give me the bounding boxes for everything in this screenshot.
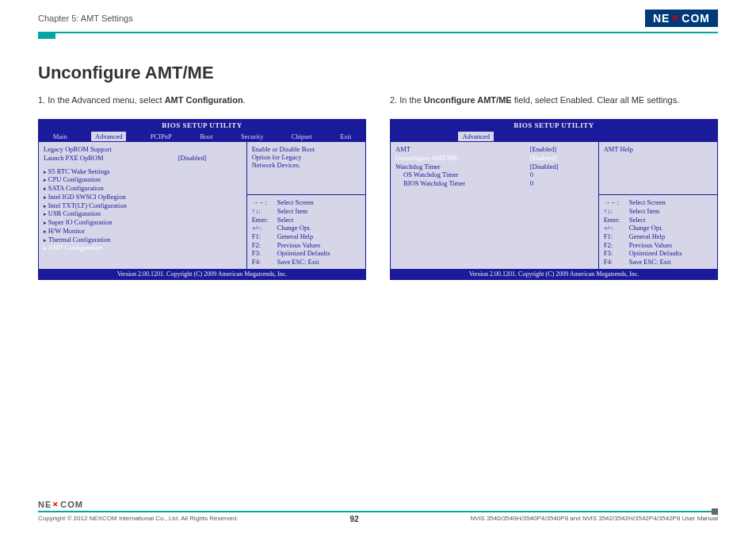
- chapter-title: Chapter 5: AMT Settings: [38, 13, 133, 23]
- page-footer: NE ✕ COM Copyright © 2012 NEXCOM Interna…: [38, 500, 718, 523]
- bios-menu-main: Main: [49, 132, 71, 141]
- columns: 1. In the Advanced menu, select AMT Conf…: [38, 94, 718, 280]
- bios-right-pane: AMT Help →←:Select Screen↑↓:Select ItemE…: [599, 142, 717, 269]
- bios-menu: MainAdvancedPCIPnPBootSecurityChipsetExi…: [39, 131, 365, 142]
- manual-title: NViS 3540/3540H/3540P4/3540P8 and NViS 3…: [471, 515, 718, 523]
- header-tab: [38, 33, 55, 39]
- page-number: 92: [350, 515, 359, 523]
- bios-menu: Main Advanced x x x x x: [391, 131, 717, 142]
- header-rule: [38, 32, 718, 33]
- footer-rule: [38, 511, 718, 512]
- bios-title: BIOS SETUP UTILITY: [39, 120, 365, 131]
- help-divider: [247, 194, 365, 195]
- logo-x-icon: ✕: [671, 13, 680, 24]
- page-title: Unconfigure AMT/ME: [38, 63, 718, 83]
- bios-screenshot-1: BIOS SETUP UTILITY MainAdvancedPCIPnPBoo…: [38, 119, 366, 280]
- bios-menu-advanced: Advanced: [91, 132, 126, 141]
- bios-left-pane: Legacy OpROM SupportLaunch PXE OpROM[Dis…: [39, 142, 247, 269]
- help-keys: →←:Select Screen↑↓:Select ItemEnter:Sele…: [604, 198, 712, 266]
- content: Unconfigure AMT/ME 1. In the Advanced me…: [0, 39, 756, 280]
- logo-x-icon: ✕: [52, 500, 59, 508]
- help-description: Enable or Disable BootOption for LegacyN…: [252, 145, 361, 169]
- bios-menu-boot: Boot: [196, 132, 217, 141]
- bios-menu-security: Security: [237, 132, 267, 141]
- bios-title: BIOS SETUP UTILITY: [391, 120, 717, 131]
- bios-menu-pcipnp: PCIPnP: [147, 132, 176, 141]
- help-description: AMT Help: [604, 145, 712, 153]
- right-column: 2. In the Unconfigure AMT/ME field, sele…: [390, 94, 718, 280]
- bios-right-pane: Enable or Disable BootOption for LegacyN…: [247, 142, 365, 269]
- copyright: Copyright © 2012 NEXCOM International Co…: [38, 515, 239, 523]
- bios-menu-exit: Exit: [336, 132, 355, 141]
- footer-line: Copyright © 2012 NEXCOM International Co…: [38, 515, 718, 523]
- bios-menu-chipset: Chipset: [288, 132, 316, 141]
- help-divider: [599, 194, 717, 195]
- bios-footer: Version 2.00.1201. Copyright (C) 2009 Am…: [39, 269, 365, 279]
- nexcom-logo: NE ✕ COM: [645, 10, 718, 27]
- bios-menu-advanced: Advanced: [458, 132, 493, 141]
- instruction-2: 2. In the Unconfigure AMT/ME field, sele…: [390, 94, 718, 106]
- bios-footer: Version 2.00.1201. Copyright (C) 2009 Am…: [391, 269, 717, 279]
- bios-left-pane: AMT[Enabled]Unconfigure AMT/ME[Enabled]W…: [391, 142, 599, 269]
- page-header: Chapter 5: AMT Settings NE ✕ COM: [0, 0, 756, 30]
- bios-body: AMT[Enabled]Unconfigure AMT/ME[Enabled]W…: [391, 142, 717, 269]
- help-keys: →←:Select Screen↑↓:Select ItemEnter:Sele…: [252, 198, 361, 266]
- left-column: 1. In the Advanced menu, select AMT Conf…: [38, 94, 366, 280]
- instruction-1: 1. In the Advanced menu, select AMT Conf…: [38, 94, 366, 106]
- footer-logo: NE ✕ COM: [38, 500, 83, 509]
- bios-body: Legacy OpROM SupportLaunch PXE OpROM[Dis…: [39, 142, 365, 269]
- bios-screenshot-2: BIOS SETUP UTILITY Main Advanced x x x x…: [390, 119, 718, 280]
